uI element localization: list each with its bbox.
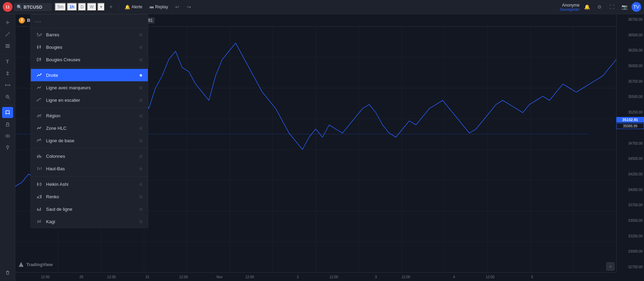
price-axis: 36750.00 36500.00 36250.00 36000.00 3575… <box>616 14 644 272</box>
kagi-icon <box>36 218 43 225</box>
svg-rect-37 <box>37 58 38 61</box>
heikin-ashi-star[interactable]: ☆ <box>139 182 143 187</box>
svg-rect-63 <box>38 209 39 211</box>
time-tick-5: Nov <box>216 275 223 279</box>
expand-button[interactable]: » <box>606 262 615 271</box>
ligne-escalier-label: Ligne en escalier <box>46 98 135 103</box>
dropdown-item-droite[interactable]: Droite ★ <box>31 69 148 81</box>
svg-rect-17 <box>6 124 9 126</box>
measure-tool[interactable] <box>2 80 13 91</box>
svg-rect-1 <box>6 44 10 45</box>
zone-hlc-star[interactable]: ☆ <box>139 126 143 131</box>
saut-ligne-star[interactable]: ☆ <box>139 207 143 212</box>
zoom-tool[interactable] <box>2 91 13 102</box>
screenshot-button[interactable]: 📷 <box>619 2 629 12</box>
ligne-escalier-icon <box>36 97 43 103</box>
dropdown-item-renko[interactable]: Renko ☆ <box>31 190 148 203</box>
dropdown-item-haut-bas[interactable]: Haut-Bas ☆ <box>31 162 148 175</box>
top-bar: 11 🔍 BTCUSD 5m 1h D W ▾ + 🔔 Alerte ⏮ Rep… <box>0 0 644 14</box>
svg-rect-59 <box>37 197 38 198</box>
dropdown-item-bougies-creuses[interactable]: Bougies Creuses ☆ <box>31 53 148 66</box>
dropdown-item-kagi[interactable]: Kagi ☆ <box>31 215 148 228</box>
publish-button[interactable]: TV <box>632 2 641 12</box>
dropdown-item-zone-hlc[interactable]: Zone HLC ☆ <box>31 122 148 134</box>
alert-icon: 🔔 <box>125 4 130 10</box>
tf-D[interactable]: D <box>78 3 87 11</box>
time-tick-3: 31 <box>145 275 149 279</box>
price-tick-13: 33500.00 <box>618 219 643 223</box>
chart-area: ₿ Bitcoin / Dollar · 1h · CRYPTO 35102.9… <box>15 14 644 281</box>
add-chart-button[interactable]: + <box>106 2 116 12</box>
user-info[interactable]: Anonyme Sauvegarder <box>560 3 580 11</box>
ligne-marqueurs-star[interactable]: ☆ <box>139 85 143 90</box>
svg-rect-14 <box>6 111 9 114</box>
text-tool[interactable]: T <box>2 56 13 67</box>
magnet-tool[interactable] <box>2 107 13 118</box>
timeframe-selector: 5m 1h D W ▾ <box>55 3 105 11</box>
barres-star[interactable]: ☆ <box>139 32 143 37</box>
colonnes-star[interactable]: ☆ <box>139 154 143 159</box>
dropdown-item-ligne-escalier[interactable]: Ligne en escalier ☆ <box>31 94 148 106</box>
symbol-search[interactable]: 🔍 BTCUSD <box>14 3 52 11</box>
tf-1h[interactable]: 1h <box>67 3 77 11</box>
settings-button[interactable]: ⚙ <box>594 2 605 12</box>
fullscreen-button[interactable]: ⛶ <box>607 2 617 12</box>
time-tick-13: 5 <box>531 275 533 279</box>
heikin-ashi-icon <box>36 181 43 188</box>
ligne-escalier-star[interactable]: ☆ <box>139 98 143 103</box>
bougies-creuses-star[interactable]: ☆ <box>139 57 143 62</box>
svg-point-21 <box>7 146 9 148</box>
dropdown-item-saut-ligne[interactable]: Saut de ligne ☆ <box>31 203 148 215</box>
svg-point-44 <box>39 88 41 89</box>
ligne-base-star[interactable]: ☆ <box>139 138 143 143</box>
svg-rect-49 <box>40 156 41 158</box>
svg-rect-62 <box>37 208 38 211</box>
bougies-label: Bougies <box>46 45 135 50</box>
pin-tool[interactable] <box>2 142 13 153</box>
kagi-star[interactable]: ☆ <box>139 219 143 224</box>
price-range-tool[interactable] <box>2 68 13 79</box>
tf-W[interactable]: W <box>87 3 96 11</box>
secondary-price-label: 35086.99 <box>616 123 644 129</box>
undo-button[interactable]: ↩ <box>172 2 182 12</box>
price-tick-0: 36750.00 <box>618 18 643 21</box>
ligne-marqueurs-label: Ligne avec marqueurs <box>46 85 135 90</box>
alert-button[interactable]: 🔔 Alerte <box>122 3 145 11</box>
crosshair-tool[interactable]: ✛ <box>2 17 13 28</box>
dropdown-header: ⋯ <box>31 15 148 28</box>
haut-bas-star[interactable]: ☆ <box>139 166 143 171</box>
eye-tool[interactable] <box>2 130 13 142</box>
saut-ligne-label: Saut de ligne <box>46 207 135 212</box>
dropdown-item-ligne-base[interactable]: Ligne de base ☆ <box>31 134 148 147</box>
dropdown-item-barres[interactable]: Barres ☆ <box>31 28 148 41</box>
dropdown-item-heikin-ashi[interactable]: Heikin Ashi ☆ <box>31 178 148 190</box>
dropdown-item-ligne-marqueurs[interactable]: Ligne avec marqueurs ☆ <box>31 81 148 94</box>
replay-label: Replay <box>155 4 168 9</box>
dropdown-item-region[interactable]: Région ☆ <box>31 109 148 122</box>
user-avatar[interactable]: 11 <box>3 2 12 12</box>
tf-more[interactable]: ▾ <box>97 3 105 11</box>
renko-star[interactable]: ☆ <box>139 194 143 199</box>
time-tick-7: 2 <box>297 275 299 279</box>
bougies-star[interactable]: ☆ <box>139 45 143 50</box>
redo-button[interactable]: ↪ <box>184 2 194 12</box>
time-tick-2: 12:00 <box>107 275 116 279</box>
haut-bas-label: Haut-Bas <box>46 166 135 171</box>
renko-label: Renko <box>46 194 135 199</box>
indicators-tool[interactable] <box>2 40 13 52</box>
region-icon <box>36 112 43 119</box>
svg-line-11 <box>8 98 10 99</box>
region-star[interactable]: ☆ <box>139 113 143 118</box>
dropdown-item-colonnes[interactable]: Colonnes ☆ <box>31 150 148 162</box>
notifications-button[interactable]: 🔔 <box>582 2 592 12</box>
dropdown-item-bougies[interactable]: Bougies ☆ <box>31 41 148 53</box>
droite-label: Droite <box>46 73 135 78</box>
lock-tool[interactable] <box>2 119 13 130</box>
trash-tool[interactable] <box>2 267 13 278</box>
chart-type-dropdown: ⋯ Barres ☆ Bougies ☆ <box>30 14 148 228</box>
draw-line-tool[interactable] <box>2 29 13 40</box>
tf-5m[interactable]: 5m <box>55 3 66 11</box>
replay-button[interactable]: ⏮ Replay <box>146 3 171 11</box>
droite-star[interactable]: ★ <box>139 73 143 78</box>
price-tick-5: 35500.00 <box>618 95 643 99</box>
